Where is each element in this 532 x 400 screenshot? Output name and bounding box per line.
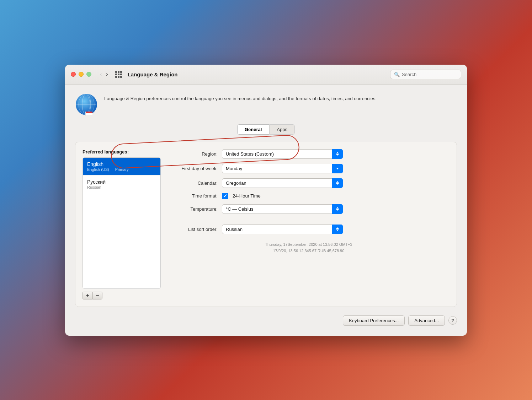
preferred-languages-label: Preferred languages:: [83, 149, 161, 155]
first-day-select[interactable]: Monday Sunday Saturday: [222, 164, 343, 173]
main-panel: Preferred languages: English English (US…: [75, 142, 457, 307]
grid-dot: [118, 71, 119, 73]
add-language-button[interactable]: +: [83, 292, 92, 299]
checkmark-icon: ✓: [223, 194, 227, 198]
time-format-text: 24-Hour Time: [233, 193, 261, 199]
temperature-row: Temperature: °C — Celsius °F — Fahrenhei…: [168, 204, 449, 214]
language-buttons: + −: [83, 292, 161, 299]
language-name: Русский: [87, 179, 156, 185]
calendar-select-wrapper: Gregorian ISO 8601 Hebrew: [222, 178, 343, 188]
time-format-row: Time format: ✓ 24-Hour Time: [168, 193, 449, 199]
languages-list: English English (US) — Primary Русский R…: [83, 157, 161, 289]
titlebar: ‹ › Language & Region 🔍: [65, 65, 467, 85]
grid-dot: [120, 71, 122, 73]
window-title: Language & Region: [128, 71, 386, 77]
preview-section: Thursday, 17September, 2020 at 13:56:02 …: [168, 241, 449, 254]
tab-apps[interactable]: Apps: [269, 124, 295, 135]
language-subtitle: English (US) — Primary: [87, 167, 156, 172]
language-name: English: [87, 161, 156, 167]
description-row: Language & Region preferences control th…: [75, 93, 457, 116]
traffic-lights: [71, 72, 91, 77]
list-sort-row: List sort order: Russian English Univers…: [168, 225, 449, 234]
grid-dot: [115, 71, 117, 73]
search-input[interactable]: [402, 72, 452, 77]
region-row: Region: United States (Custom): [168, 149, 449, 159]
globe-icon: [75, 93, 98, 116]
search-icon: 🔍: [394, 72, 400, 77]
svg-rect-4: [85, 112, 86, 116]
svg-rect-6: [86, 112, 92, 113]
minimize-button[interactable]: [79, 72, 84, 77]
advanced-button[interactable]: Advanced...: [408, 315, 445, 326]
grid-dot: [115, 74, 117, 75]
calendar-select[interactable]: Gregorian ISO 8601 Hebrew: [222, 178, 343, 188]
time-format-label: Time format:: [168, 193, 218, 199]
back-button[interactable]: ‹: [99, 71, 103, 78]
calendar-row: Calendar: Gregorian ISO 8601 Hebrew: [168, 178, 449, 188]
list-sort-select[interactable]: Russian English Universal: [222, 225, 343, 234]
temperature-select[interactable]: °C — Celsius °F — Fahrenheit: [222, 204, 343, 214]
close-button[interactable]: [71, 72, 76, 77]
grid-icon[interactable]: [115, 71, 122, 78]
settings-section: Region: United States (Custom): [168, 149, 449, 299]
tab-general[interactable]: General: [237, 124, 269, 135]
calendar-label: Calendar:: [168, 180, 218, 186]
help-button[interactable]: ?: [448, 316, 457, 325]
language-item-russian[interactable]: Русский Russian: [83, 175, 160, 193]
description-text: Language & Region preferences control th…: [104, 93, 377, 102]
remove-language-button[interactable]: −: [92, 292, 102, 299]
preview-line2: 17/9/20, 13:56 12,345.67 RUB 45,678.90: [168, 248, 449, 254]
content-area: Language & Region preferences control th…: [65, 85, 467, 336]
first-day-row: First day of week: Monday Sunday Saturda…: [168, 164, 449, 173]
settings-window: ‹ › Language & Region 🔍: [65, 65, 467, 336]
first-day-select-wrapper: Monday Sunday Saturday: [222, 164, 343, 173]
forward-button[interactable]: ›: [105, 71, 109, 78]
bottom-row: Keyboard Preferences... Advanced... ?: [75, 315, 457, 327]
region-select[interactable]: United States (Custom): [222, 149, 343, 159]
svg-rect-7: [86, 113, 92, 115]
temperature-label: Temperature:: [168, 206, 218, 212]
region-select-wrapper: United States (Custom): [222, 149, 343, 159]
language-subtitle: Russian: [87, 185, 156, 189]
language-item-english[interactable]: English English (US) — Primary: [83, 158, 160, 175]
grid-dot: [120, 76, 122, 78]
keyboard-preferences-button[interactable]: Keyboard Preferences...: [343, 315, 405, 326]
languages-section: Preferred languages: English English (US…: [83, 149, 161, 299]
grid-dot: [120, 74, 122, 75]
grid-dot: [118, 74, 119, 75]
tabs-row: General Apps: [75, 124, 457, 135]
grid-dot: [115, 76, 117, 78]
maximize-button[interactable]: [86, 72, 91, 77]
temperature-select-wrapper: °C — Celsius °F — Fahrenheit: [222, 204, 343, 214]
grid-dot: [118, 76, 119, 78]
spacer: [168, 219, 449, 225]
list-sort-select-wrapper: Russian English Universal: [222, 225, 343, 234]
first-day-label: First day of week:: [168, 166, 218, 171]
nav-buttons: ‹ ›: [99, 71, 110, 78]
list-sort-label: List sort order:: [168, 227, 218, 232]
region-label: Region:: [168, 151, 218, 157]
search-bar[interactable]: 🔍: [390, 70, 461, 79]
preview-line1: Thursday, 17September, 2020 at 13:56:02 …: [168, 241, 449, 248]
time-format-checkbox[interactable]: ✓: [222, 193, 228, 199]
